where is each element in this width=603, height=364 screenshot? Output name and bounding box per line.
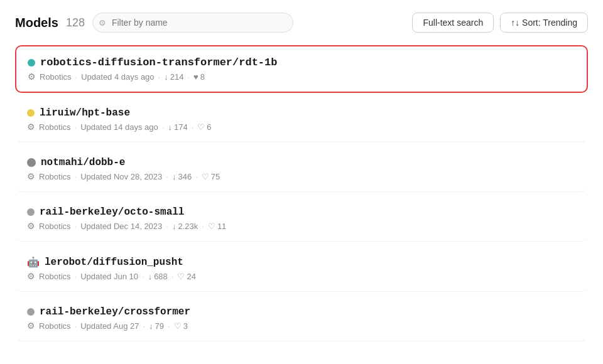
robot-icon — [28, 59, 35, 67]
download-count: 2.23k — [178, 222, 198, 231]
like-count: 24 — [187, 272, 195, 281]
header-actions: Full-text search ↑↓ Sort: Trending — [412, 13, 588, 33]
like-count: 3 — [183, 321, 188, 331]
model-likes: ♡ 6 — [197, 122, 211, 132]
model-name: robotics-diffusion-transformer/rdt-1b — [40, 56, 277, 68]
robot-icon — [27, 208, 35, 216]
category-icon: ⚙ — [27, 221, 35, 231]
model-category: Robotics — [39, 122, 71, 132]
separator: · — [75, 72, 78, 82]
model-name-row: rail-berkeley/octo-small — [27, 206, 576, 218]
list-item[interactable]: rail-berkeley/crossformer ⚙ Robotics · U… — [15, 296, 588, 341]
model-downloads: ↓ 688 — [148, 272, 168, 281]
model-downloads: ↓ 346 — [172, 172, 192, 181]
model-category: Robotics — [39, 222, 71, 231]
like-icon: ♡ — [197, 122, 205, 132]
model-name-row: robotics-diffusion-transformer/rdt-1b — [28, 56, 575, 68]
model-name: liruiw/hpt-base — [40, 107, 130, 119]
list-item[interactable]: liruiw/hpt-base ⚙ Robotics · Updated 14 … — [15, 97, 588, 142]
model-meta: ⚙ Robotics · Updated Dec 14, 2023 · ↓ 2.… — [27, 221, 576, 231]
model-downloads: ↓ 174 — [168, 122, 187, 132]
separator: · — [202, 222, 204, 231]
download-icon: ↓ — [168, 122, 172, 132]
download-count: 214 — [170, 72, 184, 82]
filter-wrapper: ⚙ — [92, 13, 293, 33]
filter-icon: ⚙ — [99, 18, 106, 28]
download-count: 688 — [154, 272, 168, 281]
fulltext-search-button[interactable]: Full-text search — [412, 13, 494, 33]
download-count: 346 — [178, 172, 192, 181]
filter-input[interactable] — [92, 13, 293, 33]
separator: · — [75, 122, 77, 132]
model-name-row: notmahi/dobb-e — [27, 157, 576, 168]
separator: · — [192, 122, 194, 132]
model-count: 128 — [66, 16, 85, 29]
like-icon: ♡ — [208, 222, 215, 231]
separator: · — [143, 321, 145, 331]
download-icon: ↓ — [172, 172, 177, 181]
separator: · — [75, 172, 77, 181]
separator: · — [162, 122, 165, 132]
separator: · — [75, 321, 77, 331]
page-title: Models — [15, 16, 58, 30]
separator: · — [168, 321, 170, 331]
model-name: lerobot/diffusion_pusht — [45, 257, 183, 268]
model-category: Robotics — [39, 272, 71, 281]
model-dot — [27, 109, 35, 117]
separator: · — [171, 272, 174, 281]
list-item[interactable]: robotics-diffusion-transformer/rdt-1b ⚙ … — [15, 45, 588, 93]
separator: · — [187, 72, 190, 82]
model-likes: ♡ 3 — [174, 321, 188, 331]
download-icon: ↓ — [148, 272, 153, 281]
model-list: robotics-diffusion-transformer/rdt-1b ⚙ … — [15, 45, 588, 345]
model-category: Robotics — [39, 172, 71, 181]
model-category: Robotics — [39, 321, 71, 331]
download-count: 79 — [155, 321, 164, 331]
sort-button[interactable]: ↑↓ Sort: Trending — [500, 13, 588, 33]
like-count: 75 — [211, 172, 220, 181]
like-count: 11 — [217, 222, 226, 231]
emoji-icon: 🤖 — [27, 256, 40, 268]
model-name: rail-berkeley/octo-small — [40, 206, 184, 218]
list-item[interactable]: rail-berkeley/octo-small ⚙ Robotics · Up… — [15, 196, 588, 242]
model-name-row: liruiw/hpt-base — [27, 107, 576, 119]
page-header: Models 128 ⚙ Full-text search ↑↓ Sort: T… — [15, 13, 588, 33]
model-updated: Updated 4 days ago — [81, 72, 154, 82]
model-updated: Updated 14 days ago — [80, 122, 158, 132]
separator: · — [166, 172, 168, 181]
download-count: 174 — [174, 122, 188, 132]
download-icon: ↓ — [149, 321, 153, 331]
separator: · — [142, 272, 144, 281]
model-meta: ⚙ Robotics · Updated 4 days ago · ↓ 214 … — [28, 72, 575, 82]
model-updated: Updated Nov 28, 2023 — [80, 172, 162, 181]
model-meta: ⚙ Robotics · Updated Nov 28, 2023 · ↓ 34… — [27, 171, 576, 181]
model-meta: ⚙ Robotics · Updated Jun 10 · ↓ 688 · ♡ … — [27, 271, 576, 281]
separator: · — [166, 222, 168, 231]
like-icon: ♥ — [193, 72, 198, 82]
model-meta: ⚙ Robotics · Updated Aug 27 · ↓ 79 · ♡ 3 — [27, 321, 576, 331]
model-likes: ♥ 8 — [193, 72, 205, 82]
model-name: notmahi/dobb-e — [41, 157, 125, 168]
model-name: rail-berkeley/crossformer — [40, 306, 190, 318]
model-likes: ♡ 75 — [202, 172, 220, 181]
separator: · — [195, 172, 198, 181]
like-icon: ♡ — [177, 272, 185, 281]
list-item[interactable]: 🤖 lerobot/diffusion_pusht ⚙ Robotics · U… — [15, 245, 588, 292]
download-icon: ↓ — [164, 72, 168, 82]
category-icon: ⚙ — [27, 321, 35, 331]
separator: · — [158, 72, 161, 82]
avatar-icon — [27, 158, 36, 167]
model-updated: Updated Jun 10 — [80, 272, 138, 281]
model-likes: ♡ 24 — [177, 272, 195, 281]
model-downloads: ↓ 79 — [149, 321, 164, 331]
category-icon: ⚙ — [28, 72, 36, 82]
robot-icon — [27, 308, 35, 316]
like-count: 6 — [207, 122, 211, 132]
category-icon: ⚙ — [27, 271, 35, 281]
like-icon: ♡ — [202, 172, 209, 181]
download-icon: ↓ — [172, 222, 177, 231]
model-downloads: ↓ 214 — [164, 72, 183, 82]
list-item[interactable]: notmahi/dobb-e ⚙ Robotics · Updated Nov … — [15, 146, 588, 192]
model-category: Robotics — [40, 72, 72, 82]
category-icon: ⚙ — [27, 171, 35, 181]
